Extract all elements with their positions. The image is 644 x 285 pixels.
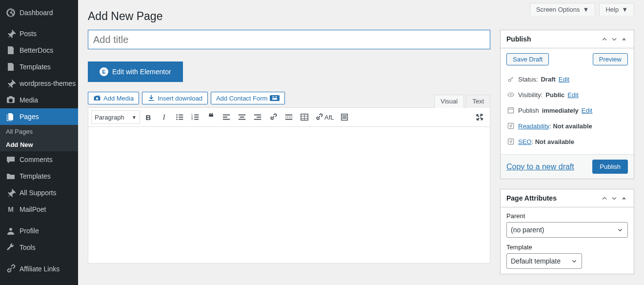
visibility-row: Visibility: Public Edit — [506, 87, 628, 102]
download-icon — [147, 94, 155, 102]
sidebar-item-betterdocs[interactable]: BetterDocs — [0, 42, 78, 59]
editor-column: E Edit with Elementor Add Media Insert d… — [88, 30, 490, 284]
svg-rect-4 — [272, 97, 274, 98]
parent-value: (no parent) — [511, 226, 544, 234]
chevron-down-icon[interactable] — [610, 194, 618, 202]
help-button[interactable]: Help▼ — [599, 3, 634, 16]
document-icon — [6, 62, 16, 72]
sidebar-item-posts[interactable]: Posts — [0, 25, 78, 42]
media-icon — [6, 95, 16, 105]
format-select[interactable]: Paragraph▼ — [91, 110, 140, 124]
sidebar-item-comments[interactable]: Comments — [0, 151, 78, 168]
chevron-down-icon — [571, 258, 578, 265]
chevron-down-icon[interactable] — [610, 35, 618, 43]
insert-download-label: Insert download — [158, 95, 202, 102]
edit-visibility-link[interactable]: Edit — [567, 91, 578, 99]
publish-header[interactable]: Publish — [501, 30, 634, 48]
admin-sidebar: Dashboard Posts BetterDocs Templates wor… — [0, 0, 78, 285]
sidebar-item-templates2[interactable]: Templates — [0, 168, 78, 184]
italic-button[interactable]: I — [157, 110, 171, 124]
sidebar-item-media[interactable]: Media — [0, 92, 78, 108]
toggle-toolbar-button[interactable] — [337, 110, 352, 124]
post-title-input[interactable] — [88, 30, 490, 49]
edit-with-elementor-button[interactable]: E Edit with Elementor — [88, 61, 183, 82]
tab-visual[interactable]: Visual — [434, 95, 464, 108]
attrs-body: Parent (no parent) Template Default temp… — [501, 207, 634, 274]
more-button[interactable] — [282, 110, 296, 124]
seo-value: Not available — [535, 138, 574, 145]
svg-rect-25 — [254, 115, 261, 116]
chevron-up-icon[interactable] — [601, 194, 608, 202]
sidebar-item-label: wordpress-themes — [20, 80, 76, 87]
fullscreen-button[interactable] — [472, 110, 487, 124]
elementor-label: Edit with Elementor — [112, 68, 171, 76]
form-icon — [270, 95, 280, 101]
sidebar-item-pages[interactable]: Pages — [0, 108, 78, 125]
edit-status-link[interactable]: Edit — [559, 76, 569, 83]
sidebar-item-supports[interactable]: All Supports — [0, 184, 78, 201]
align-left-button[interactable] — [219, 110, 234, 124]
align-center-button[interactable] — [235, 110, 249, 124]
sidebar-item-label: Tools — [20, 244, 36, 251]
pin-icon — [6, 79, 16, 88]
editor-content-area[interactable] — [88, 127, 490, 264]
edit-date-link[interactable]: Edit — [582, 107, 592, 114]
svg-text:3: 3 — [191, 118, 193, 121]
sidebar-item-tools[interactable]: Tools — [0, 239, 78, 256]
publish-button[interactable]: Publish — [592, 160, 628, 174]
bold-button[interactable]: B — [141, 110, 156, 124]
svg-rect-45 — [508, 123, 513, 128]
folder-icon — [6, 171, 16, 181]
tab-text[interactable]: Text — [466, 95, 490, 108]
sidebar-item-wpthemes[interactable]: wordpress-themes — [0, 75, 78, 92]
number-list-button[interactable]: 123 — [188, 110, 202, 124]
document-icon — [6, 45, 16, 55]
sidebar-sub-add-new[interactable]: Add New — [0, 138, 78, 151]
publish-value: immediately — [542, 107, 579, 114]
add-media-button[interactable]: Add Media — [88, 92, 139, 104]
svg-rect-41 — [508, 108, 513, 113]
yoast-icon — [506, 122, 515, 130]
attrs-header[interactable]: Page Attributes — [501, 189, 634, 207]
bullet-list-button[interactable] — [172, 110, 187, 124]
visibility-value: Public — [545, 91, 564, 99]
svg-point-1 — [10, 12, 12, 14]
sidebar-item-label: MailPoet — [20, 205, 46, 213]
copy-draft-link[interactable]: Copy to a new draft — [506, 163, 574, 171]
sidebar-item-affiliate[interactable]: Affiliate Links — [0, 261, 78, 277]
table-button[interactable] — [297, 110, 312, 124]
insert-download-button[interactable]: Insert download — [142, 92, 208, 104]
svg-rect-22 — [239, 115, 245, 116]
readability-link[interactable]: Readability — [518, 122, 549, 130]
afl-button[interactable]: AfL — [313, 110, 336, 124]
format-label: Paragraph — [95, 114, 124, 121]
sidebar-item-mailpoet[interactable]: M MailPoet — [0, 201, 78, 218]
link-icon — [6, 264, 16, 274]
eye-icon — [506, 90, 515, 99]
screen-options-button[interactable]: Screen Options▼ — [530, 3, 595, 16]
caret-down-icon: ▼ — [583, 6, 589, 13]
svg-rect-16 — [194, 117, 199, 118]
triangle-up-icon[interactable] — [620, 194, 628, 202]
sidebar-item-label: Templates — [20, 63, 51, 71]
triangle-up-icon[interactable] — [620, 35, 628, 43]
sidebar-sub-all-pages[interactable]: All Pages — [0, 125, 78, 138]
caret-down-icon: ▼ — [132, 115, 137, 120]
align-right-button[interactable] — [250, 110, 265, 124]
sidebar-item-dashboard[interactable]: Dashboard — [0, 0, 78, 25]
page-attributes-metabox: Page Attributes Parent (no parent) Templ… — [500, 189, 634, 274]
sidebar-item-label: Profile — [20, 227, 39, 235]
sidebar-item-profile[interactable]: Profile — [0, 223, 78, 239]
link-button[interactable] — [266, 110, 281, 124]
sidebar-item-templates[interactable]: Templates — [0, 59, 78, 75]
chevron-up-icon[interactable] — [601, 35, 608, 43]
seo-link[interactable]: SEO — [518, 138, 531, 145]
template-value: Default template — [511, 257, 561, 265]
quote-button[interactable]: ❝ — [203, 110, 218, 124]
template-select[interactable]: Default template — [506, 253, 582, 269]
preview-button[interactable]: Preview — [593, 53, 628, 65]
save-draft-button[interactable]: Save Draft — [506, 53, 549, 65]
content-area: Screen Options▼ Help▼ Add New Page E Edi… — [78, 0, 644, 285]
parent-select[interactable]: (no parent) — [506, 222, 628, 238]
add-contact-form-button[interactable]: Add Contact Form — [211, 92, 285, 104]
